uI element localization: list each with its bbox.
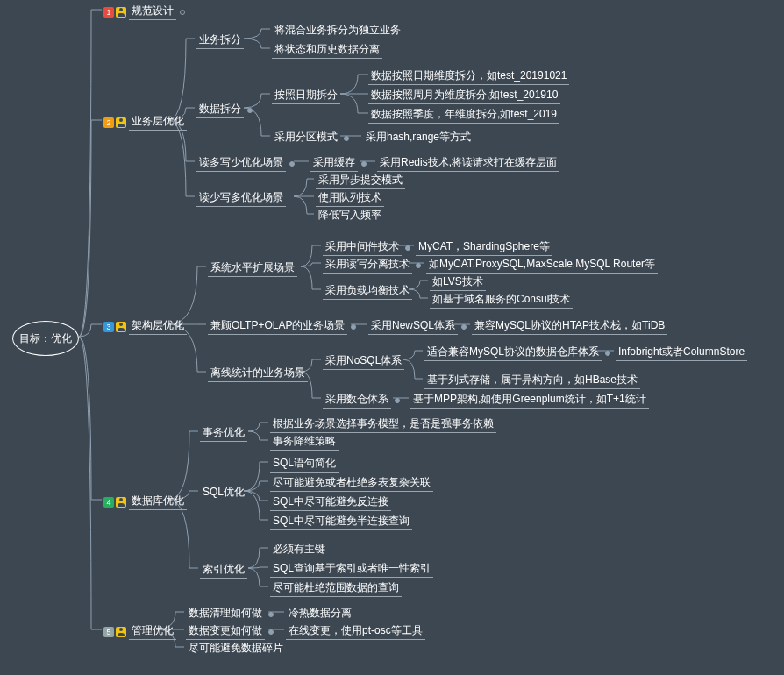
- l3c3[interactable]: 离线统计的业务场景: [208, 366, 308, 382]
- label: 数据按照周月为维度拆分,如test_201910: [368, 88, 560, 104]
- leaf[interactable]: 数据按照季度，年维度拆分,如test_2019: [368, 107, 559, 124]
- dot-icon: [344, 136, 349, 141]
- root-node[interactable]: 目标：优化: [12, 321, 79, 356]
- dot-icon: [351, 324, 356, 330]
- leaf[interactable]: 尽可能避免或者杜绝多表复杂关联: [270, 475, 433, 492]
- l3c1a[interactable]: 采用中间件技术: [323, 239, 410, 256]
- label: 读多写少优化场景: [196, 155, 286, 172]
- dot-icon: [289, 161, 295, 167]
- person-icon: [116, 322, 126, 332]
- leaf[interactable]: SQL语句简化: [270, 456, 339, 472]
- leaf[interactable]: 兼容MySQL协议的HTAP技术栈，如TiDB: [472, 318, 667, 335]
- leaf[interactable]: SQL中尽可能避免半连接查询: [270, 514, 412, 530]
- label: 规范设计: [129, 4, 176, 20]
- leaf[interactable]: SQL查询基于索引或者唯一性索引: [270, 561, 433, 578]
- leaf[interactable]: MyCAT，ShardingSphere等: [416, 239, 552, 256]
- label: SQL语句简化: [270, 456, 339, 472]
- label: 按照日期拆分: [272, 88, 340, 104]
- leaf[interactable]: 如MyCAT,ProxySQL,MaxScale,MySQL Router等: [426, 257, 658, 274]
- l5c3[interactable]: 尽可能避免数据碎片: [186, 641, 286, 657]
- label: 数据按照季度，年维度拆分,如test_2019: [368, 107, 559, 124]
- l3c1b[interactable]: 采用读写分离技术: [323, 257, 421, 274]
- label: 尽可能避免或者杜绝多表复杂关联: [270, 475, 433, 492]
- label: 冷热数据分离: [286, 606, 354, 622]
- label: 数据清理如何做: [186, 606, 265, 622]
- leaf[interactable]: 如基于域名服务的Consul技术: [430, 292, 573, 309]
- num-badge: 4: [103, 497, 114, 508]
- l3[interactable]: 3架构层优化: [103, 318, 187, 335]
- leaf[interactable]: 在线变更，使用pt-osc等工具: [286, 623, 425, 640]
- num-badge: 1: [103, 7, 114, 18]
- l4c1[interactable]: 事务优化: [200, 425, 247, 442]
- l2c2a[interactable]: 按照日期拆分: [272, 88, 340, 104]
- dot-icon: [416, 263, 421, 268]
- label: 架构层优化: [129, 318, 187, 335]
- l4[interactable]: 4数据库优化: [103, 494, 187, 510]
- dot-icon: [247, 108, 253, 113]
- l5c1[interactable]: 数据清理如何做: [186, 606, 274, 622]
- l3c3a[interactable]: 采用NoSQL体系: [323, 353, 404, 370]
- l3c3b[interactable]: 采用数仓体系: [323, 392, 400, 409]
- label: 读少写多优化场景: [196, 190, 286, 207]
- l1[interactable]: 1规范设计: [103, 4, 185, 20]
- mid[interactable]: 采用缓存: [310, 155, 367, 172]
- leaf[interactable]: 根据业务场景选择事务模型，是否是强事务依赖: [270, 416, 496, 433]
- dot-icon: [405, 245, 410, 251]
- label: 采用缓存: [310, 155, 358, 172]
- l2[interactable]: 2业务层优化: [103, 114, 187, 131]
- leaf[interactable]: 必须有主键: [270, 542, 328, 558]
- leaf[interactable]: 采用hash,range等方式: [363, 130, 474, 146]
- l3c2[interactable]: 兼顾OLTP+OLAP的业务场景: [208, 318, 356, 335]
- leaf[interactable]: Infobright或者ColumnStore: [616, 345, 747, 361]
- leaf[interactable]: 使用队列技术: [316, 190, 384, 207]
- l2c3[interactable]: 读多写少优化场景: [196, 155, 295, 172]
- leaf[interactable]: 如LVS技术: [430, 274, 486, 291]
- leaf[interactable]: 数据按照日期维度拆分，如test_20191021: [368, 68, 569, 85]
- person-icon: [116, 627, 126, 637]
- label: 采用负载均衡技术: [323, 283, 412, 300]
- root-label: 目标：优化: [19, 331, 72, 346]
- leaf[interactable]: 基于MPP架构,如使用Greenplum统计，如T+1统计: [410, 392, 649, 409]
- leaf[interactable]: 采用Redis技术,将读请求打在缓存层面: [377, 155, 559, 172]
- person-icon: [116, 7, 126, 18]
- leaf[interactable]: 将混合业务拆分为独立业务: [272, 23, 403, 39]
- leaf[interactable]: 数据按照周月为维度拆分,如test_201910: [368, 88, 560, 104]
- label: SQL查询基于索引或者唯一性索引: [270, 561, 433, 578]
- leaf[interactable]: 基于列式存储，属于异构方向，如HBase技术: [424, 373, 640, 389]
- label: 采用NewSQL体系: [368, 318, 458, 335]
- l2c2b[interactable]: 采用分区模式: [272, 130, 349, 146]
- label: 如基于域名服务的Consul技术: [430, 292, 573, 309]
- dot-icon: [395, 398, 400, 403]
- label: 采用分区模式: [272, 130, 340, 146]
- leaf[interactable]: 将状态和历史数据分离: [272, 42, 382, 59]
- label: 采用数仓体系: [323, 392, 391, 409]
- leaf[interactable]: 尽可能杜绝范围数据的查询: [270, 580, 402, 597]
- dot-icon: [461, 324, 467, 330]
- l4c3[interactable]: 索引优化: [200, 562, 247, 579]
- l2c2[interactable]: 数据拆分: [196, 102, 253, 118]
- leaf[interactable]: 冷热数据分离: [286, 606, 354, 622]
- label: 适合兼容MySQL协议的数据仓库体系: [424, 345, 602, 361]
- leaf[interactable]: SQL中尽可能避免反连接: [270, 494, 391, 511]
- mid[interactable]: 采用NewSQL体系: [368, 318, 467, 335]
- l5[interactable]: 5管理优化: [103, 623, 176, 640]
- l4c2[interactable]: SQL优化: [200, 485, 247, 501]
- leaf[interactable]: 事务降维策略: [270, 434, 339, 451]
- label: 事务优化: [200, 425, 247, 442]
- leaf[interactable]: 降低写入频率: [316, 208, 384, 224]
- label: Infobright或者ColumnStore: [616, 345, 747, 361]
- l2c4[interactable]: 读少写多优化场景: [196, 190, 286, 207]
- label: 采用hash,range等方式: [363, 130, 474, 146]
- expand-dot[interactable]: [180, 10, 185, 15]
- label: 数据变更如何做: [186, 623, 265, 640]
- leaf[interactable]: 采用异步提交模式: [316, 173, 405, 189]
- l3c1[interactable]: 系统水平扩展场景: [208, 260, 297, 277]
- label: 根据业务场景选择事务模型，是否是强事务依赖: [270, 416, 496, 433]
- dot-icon: [268, 612, 274, 617]
- label: 将状态和历史数据分离: [272, 42, 382, 59]
- l2c1[interactable]: 业务拆分: [196, 32, 244, 49]
- leaf[interactable]: 适合兼容MySQL协议的数据仓库体系: [424, 345, 610, 361]
- l5c2[interactable]: 数据变更如何做: [186, 623, 274, 640]
- label: SQL中尽可能避免反连接: [270, 494, 391, 511]
- l3c1c[interactable]: 采用负载均衡技术: [323, 283, 412, 300]
